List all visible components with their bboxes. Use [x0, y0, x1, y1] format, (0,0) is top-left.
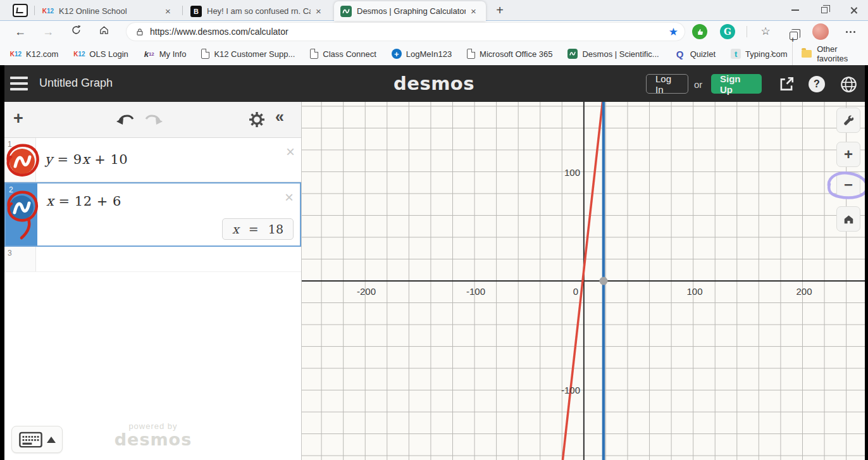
quizlet-favicon: Q [674, 48, 686, 59]
graph-settings-wrench-button[interactable] [836, 108, 860, 133]
page-icon [310, 49, 318, 59]
tab-divider [182, 6, 183, 15]
bookmark-star-icon[interactable]: ★ [669, 25, 678, 39]
k12-favicon: K12 [73, 48, 85, 59]
redo-icon [144, 112, 163, 128]
bookmark-typingcom[interactable]: tTyping.com [731, 49, 787, 59]
page-icon [201, 49, 209, 59]
keyboard-icon [19, 432, 42, 448]
back-button[interactable]: ← [11, 23, 29, 40]
desmos-header: Untitled Graph desmos Log In or Sign Up … [0, 65, 868, 102]
expression-latex[interactable]: y = 9x + 10 [45, 152, 128, 167]
delete-expression-icon[interactable]: × [286, 144, 295, 159]
lock-icon [135, 27, 144, 37]
left-screen-edge [0, 65, 4, 460]
favorites-list-button[interactable]: ☆ [757, 23, 774, 40]
collections-icon [790, 32, 798, 40]
window-minimize-button[interactable] [781, 0, 810, 20]
globe-icon [840, 76, 857, 93]
open-keyboard-arrow-icon [47, 437, 56, 443]
grammarly-extension-icon[interactable]: G [720, 24, 735, 39]
help-button[interactable]: ? [809, 76, 825, 92]
expression-row-2-selected[interactable]: 2 x = 12 + 6 x = 18 × [4, 182, 301, 247]
tab-desmos-active[interactable]: Desmos | Graphing Calculator × [334, 1, 486, 21]
bookmark-logmein123[interactable]: +LogMeIn123 [392, 49, 452, 59]
graph-settings-button[interactable] [248, 111, 266, 131]
undo-icon [116, 112, 135, 128]
other-favorites[interactable]: Other favorites [792, 42, 868, 65]
tab-divider [34, 6, 35, 15]
bookmark-k12-customer-support[interactable]: K12 Customer Supp... [201, 49, 295, 59]
draggable-point[interactable] [599, 277, 607, 285]
adblock-extension-icon[interactable] [692, 24, 707, 39]
expression-icon-red-circled[interactable] [3, 140, 42, 181]
collections-button[interactable] [784, 23, 802, 40]
zoom-in-button[interactable]: + [836, 142, 860, 167]
show-keyboard-button[interactable] [11, 426, 63, 453]
collapse-panel-button[interactable]: « [275, 108, 284, 126]
bookmark-office365[interactable]: Microsoft Office 365 [467, 49, 552, 59]
home-icon [99, 25, 109, 35]
delete-expression-icon[interactable]: × [285, 190, 294, 205]
add-expression-button[interactable]: + [13, 109, 23, 128]
tab-k12-online-school[interactable]: K12 K12 Online School × [36, 1, 180, 21]
or-text: or [694, 79, 702, 90]
log-in-button[interactable]: Log In [646, 74, 688, 94]
evaluation-result: x = 18 [222, 218, 294, 240]
profile-avatar[interactable] [812, 23, 829, 40]
ellipsis-icon [846, 31, 855, 33]
x-axis-label: 0 [573, 286, 578, 297]
bookmark-desmos-scientific[interactable]: Desmos | Scientific... [567, 49, 659, 59]
refresh-button[interactable] [67, 23, 85, 40]
tab-close-icon[interactable]: × [165, 6, 171, 16]
tab-close-icon[interactable]: × [316, 6, 321, 16]
window-close-button[interactable] [839, 0, 868, 20]
typing-favicon: t [731, 49, 741, 59]
bookmarks-bar: K12K12.com K12OLS Login k12My Info K12 C… [0, 42, 868, 65]
x-axis-label: 200 [796, 286, 812, 297]
undo-button[interactable] [116, 112, 135, 131]
browser-menu-button[interactable] [841, 23, 859, 40]
x-axis-label: -200 [357, 286, 376, 297]
tab-title: K12 Online School [59, 6, 160, 16]
tab-brainly-question[interactable]: B Hey! I am so confused rn. Can yo × [184, 1, 331, 21]
desmos-favicon [567, 49, 578, 59]
share-button[interactable] [777, 75, 796, 94]
bookmark-ols-login[interactable]: K12OLS Login [73, 48, 128, 59]
language-button[interactable] [839, 75, 858, 94]
x-axis-label: 100 [686, 286, 702, 297]
bookmark-my-info[interactable]: k12My Info [144, 48, 187, 59]
browser-tab-strip: K12 K12 Online School × B Hey! I am so c… [0, 0, 868, 21]
bookmark-quizlet[interactable]: QQuizlet [674, 48, 716, 59]
tab-close-icon[interactable]: × [471, 6, 476, 16]
browser-toolbar: ← → https://www.desmos.com/calculator ★ … [0, 21, 868, 42]
expression-row-3-empty[interactable]: 3 [4, 247, 301, 272]
tab-title: Desmos | Graphing Calculator [357, 6, 466, 16]
bookmark-k12com[interactable]: K12K12.com [10, 48, 58, 59]
forward-button[interactable]: → [39, 23, 57, 40]
y-axis-label: 100 [549, 167, 580, 178]
sign-up-button[interactable]: Sign Up [711, 74, 762, 94]
tab-actions-menu-icon[interactable] [13, 4, 28, 17]
new-tab-button[interactable]: + [491, 1, 509, 19]
redo-button[interactable] [144, 112, 163, 131]
graph-canvas[interactable]: -200 -100 0 100 200 100 -100 + − [302, 102, 865, 460]
expression-row-1[interactable]: 1 y = 9x + 10 × [4, 138, 301, 182]
graph-plot [302, 102, 865, 460]
logmein-favicon: + [392, 49, 402, 59]
expression-icon-blue-circled[interactable] [4, 187, 44, 246]
window-restore-button[interactable] [810, 0, 839, 20]
zoom-out-button[interactable]: − [836, 172, 860, 197]
expression-latex[interactable]: x = 12 + 6 [46, 194, 121, 209]
bookmarks-overflow-chevron[interactable]: › [771, 47, 774, 58]
wrench-icon [842, 114, 855, 127]
refresh-icon [71, 25, 82, 35]
bookmark-class-connect[interactable]: Class Connect [310, 49, 376, 59]
address-bar[interactable]: https://www.desmos.com/calculator ★ [127, 23, 685, 40]
y-axis-label: -100 [549, 385, 580, 395]
default-viewport-home-button[interactable] [836, 206, 860, 232]
url-text: https://www.desmos.com/calculator [150, 27, 663, 37]
home-button[interactable] [95, 23, 113, 40]
home-viewport-icon [843, 213, 855, 225]
tab-title: Hey! I am so confused rn. Can yo [207, 6, 311, 16]
